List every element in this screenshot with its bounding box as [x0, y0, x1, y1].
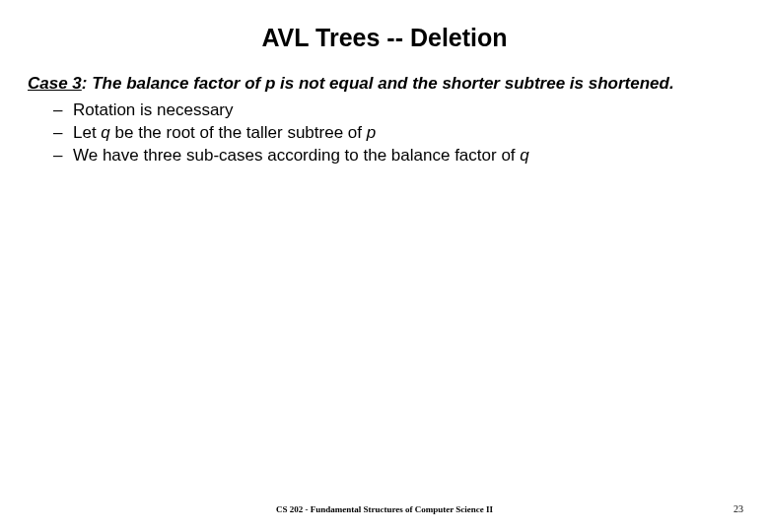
bullet-1: Rotation is necessary — [73, 100, 741, 122]
footer-center: CS 202 - Fundamental Structures of Compu… — [0, 504, 769, 514]
case-heading: Case 3: The balance factor of p is not e… — [28, 74, 741, 94]
slide-title: AVL Trees -- Deletion — [28, 24, 741, 52]
case-desc-suffix: is not equal and the shorter subtree is … — [275, 74, 673, 93]
bullet-3: We have three sub-cases according to the… — [73, 145, 741, 167]
bullet-3-text-a: We have three sub-cases according to the… — [73, 146, 520, 165]
bullet-2-var-p: p — [367, 123, 376, 142]
case-desc-prefix: : The balance factor of — [82, 74, 265, 93]
bullet-2-var-q: q — [101, 123, 109, 142]
bullet-list: Rotation is necessary Let q be the root … — [28, 100, 741, 167]
bullet-2: Let q be the root of the taller subtree … — [73, 122, 741, 145]
bullet-2-text-b: be the root of the taller subtree of — [110, 123, 367, 142]
bullet-3-var-q: q — [520, 146, 528, 165]
bullet-2-text-a: Let — [73, 123, 101, 142]
case-label: Case 3 — [28, 74, 82, 93]
slide-container: AVL Trees -- Deletion Case 3: The balanc… — [0, 0, 769, 532]
footer-page-number: 23 — [734, 503, 743, 514]
bullet-1-text: Rotation is necessary — [73, 100, 234, 119]
case-var-p: p — [265, 74, 275, 93]
